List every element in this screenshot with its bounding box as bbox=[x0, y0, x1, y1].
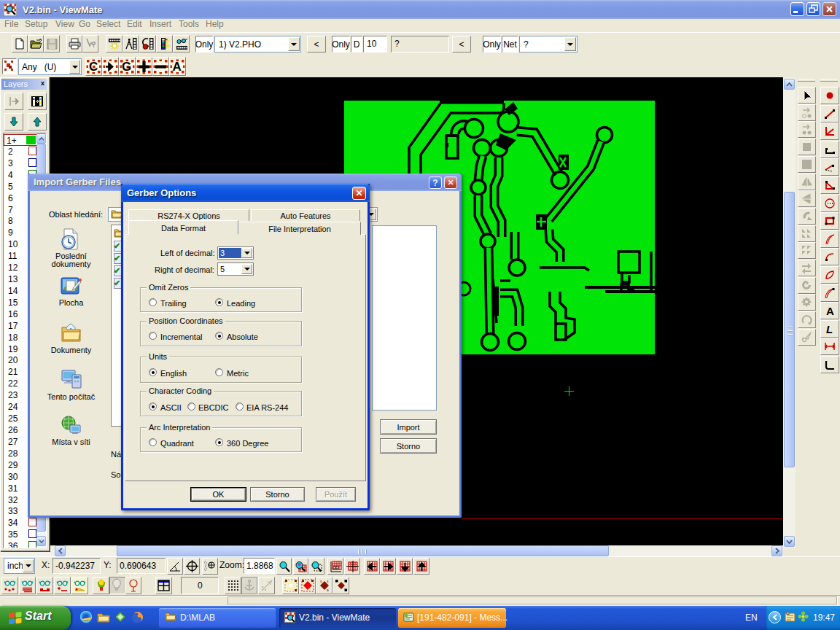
svg-text:s: s bbox=[320, 579, 322, 583]
svg-text:C: C bbox=[89, 60, 98, 74]
svg-text:s: s bbox=[327, 579, 329, 583]
svg-text:A: A bbox=[173, 60, 182, 74]
svg-text:A: A bbox=[826, 305, 834, 316]
svg-text:a: a bbox=[327, 588, 329, 592]
svg-text:?: ? bbox=[91, 40, 96, 49]
svg-text:G: G bbox=[122, 60, 131, 74]
svg-text:L: L bbox=[826, 323, 833, 335]
